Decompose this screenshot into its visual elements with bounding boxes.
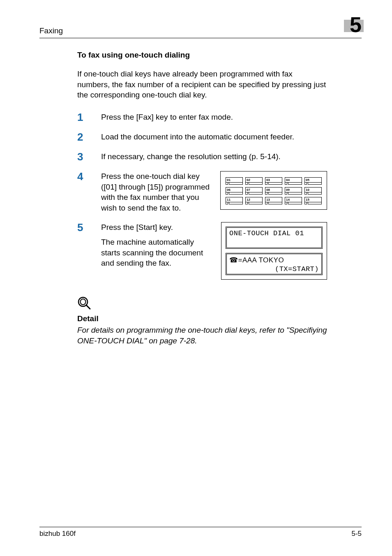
step-1: 1 Press the [Fax] key to enter fax mode. <box>77 112 327 123</box>
svg-point-1 <box>81 299 86 305</box>
key-08: 08 <box>265 187 282 195</box>
lcd-figure: ONE-TOUCH DIAL 01 ☎=AAA TOKYO (TX=START) <box>221 222 327 280</box>
key-02: 02 <box>245 177 263 185</box>
key-label: 08 <box>265 187 282 192</box>
keypad-figure: 01 02 03 04 05 06 07 08 09 10 11 <box>220 171 327 210</box>
keypad-row: 01 02 03 04 05 <box>226 177 322 185</box>
key-07: 07 <box>245 187 263 195</box>
key-14: 14 <box>285 197 302 204</box>
lcd-line-2: ☎=AAA TOKYO (TX=START) <box>226 253 323 275</box>
step-2: 2 Load the document into the automatic d… <box>77 132 327 142</box>
step-5-number: 5 <box>77 222 101 273</box>
detail-block: Detail For details on programming the on… <box>77 296 327 346</box>
key-label: 10 <box>304 187 322 192</box>
key-label: 06 <box>226 187 243 192</box>
key-label: 14 <box>285 197 302 202</box>
key-label: 07 <box>245 187 263 192</box>
key-06: 06 <box>226 187 243 195</box>
step-4: 4 Press the one-touch dial key ([01] thr… <box>77 171 327 213</box>
step-1-text: Press the [Fax] key to enter fax mode. <box>101 112 327 123</box>
keypad-row: 06 07 08 09 10 <box>226 187 322 195</box>
key-09: 09 <box>285 187 302 195</box>
key-label: 03 <box>265 177 282 183</box>
key-12: 12 <box>245 197 263 204</box>
detail-text: For details on programming the one-touch… <box>77 325 327 346</box>
magnifier-icon <box>77 296 327 312</box>
lcd-line-1-text: ONE-TOUCH DIAL 01 <box>229 229 319 237</box>
key-05: 05 <box>304 177 322 185</box>
footer-rule <box>39 527 362 527</box>
step-3-text: If necessary, change the resolution sett… <box>101 151 327 162</box>
step-4-text: Press the one-touch dial key ([01] throu… <box>101 171 213 213</box>
step-5-text: Press the [Start] key. <box>101 222 214 233</box>
step-2-number: 2 <box>77 132 101 142</box>
step-3-number: 3 <box>77 151 101 162</box>
step-5-text2: The machine automatically starts scannin… <box>101 237 214 269</box>
section-title: To fax using one-touch dialing <box>77 51 327 60</box>
key-label: 09 <box>285 187 302 192</box>
key-10: 10 <box>304 187 322 195</box>
step-4-number: 4 <box>77 171 101 213</box>
step-3: 3 If necessary, change the resolution se… <box>77 151 327 162</box>
step-2-text: Load the document into the automatic doc… <box>101 132 327 142</box>
key-11: 11 <box>226 197 243 204</box>
step-1-number: 1 <box>77 112 101 123</box>
lcd-line-2a-text: ☎=AAA TOKYO <box>229 256 319 264</box>
header-section: Faxing <box>39 26 63 35</box>
key-label: 04 <box>285 177 302 183</box>
key-label: 15 <box>304 197 322 202</box>
chapter-tab: 5 <box>344 14 362 35</box>
key-label: 01 <box>226 177 243 183</box>
key-label: 12 <box>245 197 263 202</box>
key-03: 03 <box>265 177 282 185</box>
keypad-row: 11 12 13 14 15 <box>226 197 322 204</box>
key-label: 05 <box>304 177 322 183</box>
key-13: 13 <box>265 197 282 204</box>
key-label: 11 <box>226 197 243 202</box>
section-intro: If one-touch dial keys have already been… <box>77 69 327 100</box>
svg-line-2 <box>86 305 90 309</box>
key-04: 04 <box>285 177 302 185</box>
detail-title: Detail <box>77 314 327 323</box>
footer-page: 5-5 <box>351 530 362 538</box>
key-15: 15 <box>304 197 322 204</box>
footer-product: bizhub 160f <box>39 530 76 538</box>
key-01: 01 <box>226 177 243 185</box>
key-label: 13 <box>265 197 282 202</box>
key-label: 02 <box>245 177 263 183</box>
lcd-line-1: ONE-TOUCH DIAL 01 <box>226 227 323 249</box>
lcd-line-2b-text: (TX=START) <box>229 265 319 273</box>
chapter-number: 5 <box>350 14 362 35</box>
step-5: 5 Press the [Start] key. The machine aut… <box>77 222 327 280</box>
footer: bizhub 160f 5-5 <box>39 527 362 538</box>
